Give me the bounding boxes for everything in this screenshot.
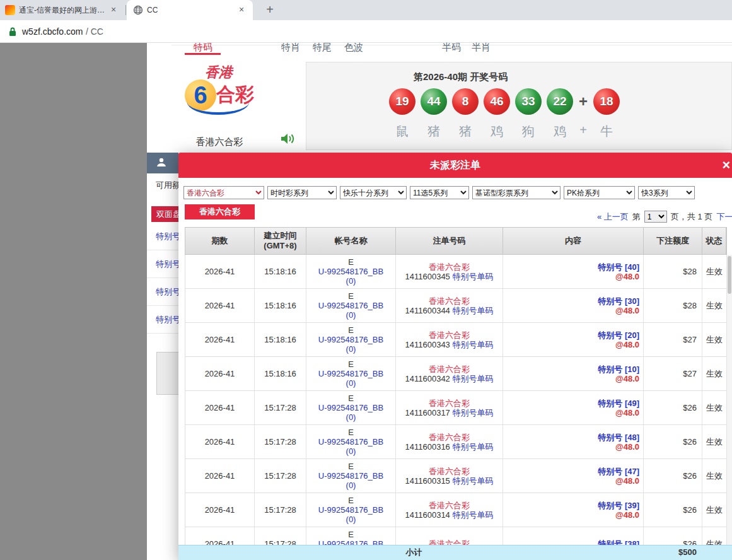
table-row: 2026-41 15:17:28 E U-992548176_BB (0) 香港… (185, 527, 727, 545)
table-scrollbar-track[interactable] (727, 255, 732, 545)
filter-select-happy10[interactable]: 快乐十分系列 (340, 186, 407, 199)
cell-account: E U-992548176_BB (0) (306, 425, 396, 458)
cell-amount: $27 (644, 357, 702, 390)
account-link[interactable]: U-992548176_BB (318, 267, 383, 276)
header-content: 内容 (503, 228, 644, 254)
account-link[interactable]: U-992548176_BB (318, 437, 383, 446)
next-page-link[interactable]: 下一页 (716, 211, 732, 223)
account-link[interactable]: U-992548176_BB (318, 301, 383, 310)
ticket-number: 1411600343 (405, 340, 450, 349)
account-link[interactable]: U-992548176_BB (318, 471, 383, 481)
page-select[interactable]: 1 (644, 211, 667, 223)
ticket-game-name: 香港六合彩 (429, 433, 470, 442)
cell-time: 15:18:16 (255, 289, 306, 322)
cell-time: 15:17:28 (255, 391, 306, 424)
nav-tab-special-number[interactable]: 特码 (194, 42, 212, 54)
filter-select-11x5[interactable]: 11选5系列 (410, 186, 469, 199)
lock-icon[interactable] (9, 26, 16, 37)
new-tab-button[interactable]: + (262, 3, 277, 18)
draw-title: 第2026-40期 开奖号码 (414, 71, 508, 83)
lottery-ball: 22 (547, 88, 573, 115)
nav-tab-half-number[interactable]: 半码 (442, 42, 461, 54)
account-link[interactable]: U-992548176_BB (318, 505, 383, 515)
account-link[interactable]: U-992548176_BB (318, 403, 383, 412)
special-number-link[interactable]: 特别号 (156, 259, 180, 270)
tab-close-icon[interactable]: × (236, 5, 247, 15)
header-ticket-number: 注单号码 (396, 228, 503, 254)
mark-six-logo: 香港 6 合彩 (183, 63, 255, 124)
table-scrollbar-thumb[interactable] (728, 256, 731, 294)
cell-content: 特别号 [48] @48.0 (503, 425, 644, 458)
prev-page-link[interactable]: « 上一页 (597, 211, 629, 223)
plus-sign: + (578, 123, 588, 140)
ticket-game-name: 香港六合彩 (429, 365, 470, 374)
browser-tab-1[interactable]: 通宝-信誉最好的网上游戏平 × (0, 0, 124, 20)
cell-ticket: 香港六合彩 (396, 527, 503, 545)
nav-tab-special-zodiac[interactable]: 特肖 (281, 42, 300, 54)
ball-number: 44 (427, 95, 440, 108)
filter-select-pk10[interactable]: PK拾系列 (564, 186, 635, 199)
cell-time: 15:17:28 (255, 493, 306, 527)
nav-tab-special-tail[interactable]: 特尾 (313, 42, 332, 54)
account-link[interactable]: U-992548176_BB (318, 369, 383, 378)
cell-issue: 2026-41 (185, 289, 255, 322)
account-prefix: E (348, 291, 354, 301)
ball-number: 8 (462, 95, 469, 108)
table-row: 2026-41 15:17:28 E U-992548176_BB (0) 香港… (185, 425, 727, 459)
table-row: 2026-41 15:17:28 E U-992548176_BB (0) 香港… (185, 459, 727, 493)
cell-status: 生效 (702, 459, 727, 493)
filter-select-k3[interactable]: 快3系列 (638, 186, 695, 199)
account-link[interactable]: U-992548176_BB (318, 539, 383, 545)
cell-ticket: 香港六合彩 1411600317 特别号单码 (396, 391, 503, 424)
nav-tab-color-wave[interactable]: 色波 (344, 42, 363, 54)
browser-tab-2-active[interactable]: CC × (127, 0, 253, 20)
tab-close-icon[interactable]: × (108, 5, 119, 15)
filter-select-time-lottery[interactable]: 时时彩系列 (267, 186, 337, 199)
bet-content-label: 特别号 [10] (598, 365, 639, 374)
bet-content-label: 特别号 [48] (598, 433, 639, 442)
filter-select-keno[interactable]: 基诺型彩票系列 (472, 186, 561, 199)
cell-account: E U-992548176_BB (0) (306, 391, 396, 424)
cell-account: E U-992548176_BB (0) (306, 493, 396, 527)
special-number-link[interactable]: 特别号 (156, 314, 180, 325)
cell-time: 15:18:16 (255, 323, 306, 356)
table-row: 2026-41 15:18:16 E U-992548176_BB (0) 香港… (185, 289, 727, 323)
zodiac-label: 牛 (593, 123, 620, 140)
user-icon (156, 156, 167, 170)
modal-title: 未派彩注单 (178, 153, 732, 178)
bet-odds: @48.0 (615, 272, 639, 281)
cell-issue: 2026-41 (185, 255, 255, 288)
lottery-ball-extra: 18 (593, 88, 620, 115)
zodiac-label: 狗 (515, 123, 542, 140)
game-tab-mark-six[interactable]: 香港六合彩 (185, 204, 255, 219)
bet-odds: @48.0 (615, 340, 639, 349)
bet-content-label: 特别号 [40] (598, 262, 639, 272)
modal-close-icon[interactable]: × (719, 157, 732, 173)
cell-content: 特别号 [49] @48.0 (503, 391, 644, 424)
account-link[interactable]: U-992548176_BB (318, 335, 383, 344)
filter-select-mark-six[interactable]: 香港六合彩 (183, 186, 264, 199)
cell-issue: 2026-41 (185, 493, 255, 527)
ticket-bet-type: 特别号单码 (452, 306, 493, 315)
address-bar[interactable]: w5zf.cbcfo.com / CC (0, 20, 732, 43)
bet-odds: @48.0 (615, 374, 639, 383)
account-suffix: (0) (346, 481, 356, 490)
account-prefix: E (348, 325, 354, 335)
zodiac-label: 猪 (421, 123, 447, 140)
cell-issue: 2026-41 (185, 425, 255, 458)
browser-tab-bar: 通宝-信誉最好的网上游戏平 × CC × + (0, 0, 732, 20)
special-number-link[interactable]: 特别号 (156, 231, 180, 242)
lottery-ball: 33 (515, 88, 542, 115)
bet-odds: @48.0 (615, 306, 639, 315)
nav-tab-half-zodiac[interactable]: 半肖 (472, 42, 491, 54)
ticket-number: 1411600344 (405, 306, 450, 315)
speaker-icon[interactable] (280, 132, 295, 146)
cell-account: E U-992548176_BB (0) (306, 357, 396, 390)
table-row: 2026-41 15:17:28 E U-992548176_BB (0) 香港… (185, 493, 727, 527)
cell-status: 生效 (702, 357, 727, 390)
cell-account: E U-992548176_BB (0) (306, 255, 396, 288)
cell-content: 特别号 [10] @48.0 (503, 357, 644, 390)
cell-account: E U-992548176_BB (0) (306, 323, 396, 356)
cell-amount: $27 (644, 323, 702, 356)
special-number-link[interactable]: 特别号 (156, 286, 180, 298)
